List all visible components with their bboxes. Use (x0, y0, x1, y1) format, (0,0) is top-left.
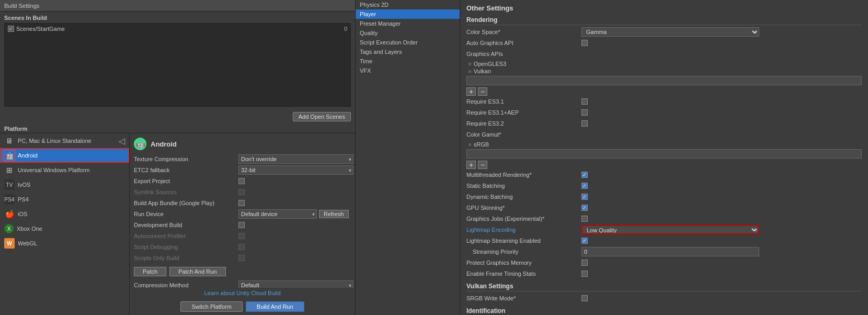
project-settings-item-physics2d[interactable]: Physics 2D (356, 0, 460, 9)
lightmap-streaming-checkbox[interactable] (581, 238, 588, 244)
build-app-bundle-label: Build App Bundle (Google Play) (134, 200, 238, 206)
scenes-section: Scenes In Build ✓ Scenes/StartGame 0 (0, 12, 355, 110)
graphics-jobs-checkbox[interactable] (581, 216, 588, 222)
lightmap-encoding-select[interactable]: Low Quality (581, 225, 759, 234)
scene-index: 0 (344, 26, 347, 32)
etc2-fallback-select[interactable]: 32-bit (238, 165, 353, 175)
project-settings-item-tags-and-layers[interactable]: Tags and Layers (356, 47, 460, 57)
project-settings-item-vfx[interactable]: VFX (356, 66, 460, 75)
build-and-run-button[interactable]: Build And Run (246, 301, 304, 312)
protect-graphics-memory-label: Protect Graphics Memory (466, 260, 581, 266)
scenes-list: ✓ Scenes/StartGame 0 (4, 23, 351, 107)
run-device-controls: Default device Refresh (238, 209, 349, 219)
color-space-select[interactable]: Gamma (581, 27, 759, 37)
srgb-write-mode-row: SRGB Write Mode* (466, 294, 862, 303)
enable-frame-timing-label: Enable Frame Timing Stats (466, 271, 581, 277)
remove-api-button[interactable]: − (478, 87, 487, 96)
drag-handle-srgb: ≡ (469, 142, 472, 148)
gpu-skinning-checkbox[interactable] (581, 205, 588, 211)
android-settings-title: Android (151, 140, 177, 148)
graphics-apis-label: Graphics APIs (466, 51, 581, 57)
export-project-label: Export Project (134, 178, 238, 184)
dynamic-batching-value (581, 194, 862, 200)
srgb-write-mode-checkbox[interactable] (581, 295, 588, 301)
require-es3-2-checkbox[interactable] (581, 120, 588, 127)
texture-compression-row: Texture Compression Don't override (134, 154, 351, 164)
dynamic-batching-checkbox[interactable] (581, 194, 588, 200)
project-settings-item-preset-manager[interactable]: Preset Manager (356, 19, 460, 28)
project-settings-item-time[interactable]: Time (356, 57, 460, 66)
platform-list-panel: 🖥 PC, Mac & Linux Standalone ◁ 🤖 Android… (0, 133, 130, 315)
dynamic-batching-row: Dynamic Batching (466, 192, 862, 201)
compression-row: Compression Method Default (134, 280, 351, 288)
patch-and-run-button[interactable]: Patch And Run (169, 267, 225, 276)
platform-item-tvos[interactable]: TV tvOS (0, 177, 129, 192)
android-config-panel: 🤖 Android Texture Compression Don't over… (130, 133, 355, 315)
lightmap-encoding-value: Low Quality (581, 225, 862, 234)
platform-item-webgl[interactable]: W WebGL (0, 236, 129, 251)
plus-minus-row-apis: + − (466, 86, 862, 97)
auto-graphics-api-value (581, 40, 862, 46)
run-device-select[interactable]: Default device (238, 209, 317, 219)
platform-item-ios[interactable]: 🍎 iOS (0, 207, 129, 221)
scene-name: Scenes/StartGame (16, 26, 65, 32)
platform-item-ps4[interactable]: PS4 PS4 (0, 192, 129, 207)
add-open-scenes-button[interactable]: Add Open Scenes (293, 112, 351, 121)
require-es3-aep-value (581, 109, 862, 116)
remove-gamut-button[interactable]: − (478, 161, 487, 169)
scene-checkbox[interactable]: ✓ (8, 26, 14, 32)
multithreaded-rendering-label: Multithreaded Rendering* (466, 172, 581, 178)
require-es3-aep-label: Require ES3.1+AEP (466, 109, 581, 116)
enable-frame-timing-checkbox[interactable] (581, 271, 588, 277)
enable-frame-timing-value (581, 271, 862, 277)
multithreaded-rendering-checkbox[interactable] (581, 172, 588, 178)
streaming-priority-input[interactable] (581, 247, 759, 256)
cloud-build-link[interactable]: Learn about Unity Cloud Build (130, 288, 355, 298)
development-build-checkbox[interactable] (238, 222, 245, 228)
project-settings-item-player[interactable]: Player (356, 9, 460, 19)
platform-item-pc[interactable]: 🖥 PC, Mac & Linux Standalone ◁ (0, 133, 129, 148)
streaming-priority-value (581, 247, 862, 256)
require-es3-aep-checkbox[interactable] (581, 109, 588, 116)
api-item-srgb: ≡ sRGB (466, 141, 862, 148)
refresh-button[interactable]: Refresh (319, 210, 349, 218)
symlink-sources-label: Symlink Sources (134, 189, 238, 195)
platform-item-android[interactable]: 🤖 Android (0, 148, 129, 163)
symlink-sources-checkbox (238, 189, 245, 195)
texture-compression-dropdown-wrapper: Don't override (238, 154, 353, 164)
lightmap-encoding-dropdown-wrapper: Low Quality (581, 225, 759, 234)
switch-platform-button[interactable]: Switch Platform (180, 301, 242, 312)
require-es3-2-value (581, 120, 862, 127)
autoconnect-profiler-label: Autoconnect Profiler (134, 233, 238, 239)
project-settings-panel: Physics 2D Player Preset Manager Quality… (356, 0, 460, 315)
static-batching-checkbox[interactable] (581, 183, 588, 189)
graphics-apis-empty-row (466, 76, 862, 85)
other-settings-title: Other Settings (466, 4, 862, 12)
project-settings-item-quality[interactable]: Quality (356, 28, 460, 38)
enable-frame-timing-row: Enable Frame Timing Stats (466, 269, 862, 278)
xbox-icon: X (4, 224, 14, 233)
color-gamut-label: Color Gamut* (466, 131, 581, 138)
protect-graphics-memory-checkbox[interactable] (581, 260, 588, 266)
add-api-button[interactable]: + (466, 87, 476, 96)
autoconnect-profiler-row: Autoconnect Profiler (134, 231, 351, 241)
platform-section-label-row: Platform (0, 123, 355, 133)
platform-item-xbox[interactable]: X Xbox One (0, 221, 129, 236)
streaming-priority-label: Streaming Priority (466, 249, 581, 255)
api-item-opengles3: ≡ OpenGLES3 (466, 60, 862, 68)
compression-select[interactable]: Default (238, 280, 353, 288)
auto-graphics-api-checkbox[interactable] (581, 40, 588, 46)
add-gamut-button[interactable]: + (466, 161, 476, 169)
build-app-bundle-checkbox[interactable] (238, 200, 245, 206)
rendering-group-title: Rendering (466, 16, 862, 25)
export-project-checkbox[interactable] (238, 178, 245, 184)
platform-label-ps4: PS4 (18, 196, 29, 203)
patch-button[interactable]: Patch (134, 267, 166, 276)
gpu-skinning-row: GPU Skinning* (466, 203, 862, 212)
texture-compression-select[interactable]: Don't override (238, 154, 353, 164)
platform-label-android: Android (18, 152, 38, 159)
platform-item-uwp[interactable]: ⊞ Universal Windows Platform (0, 163, 129, 177)
require-es3-checkbox[interactable] (581, 98, 588, 105)
lightmap-streaming-value (581, 238, 862, 244)
project-settings-item-script-execution-order[interactable]: Script Execution Order (356, 38, 460, 47)
